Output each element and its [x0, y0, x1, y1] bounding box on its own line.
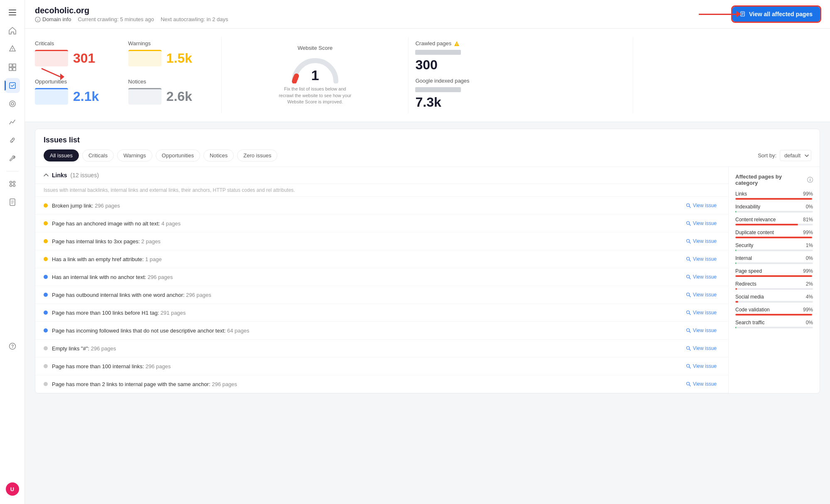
issue-row: Broken jump link: 296 pages View issue — [35, 197, 728, 215]
issue-row: Page has more than 2 links to internal p… — [35, 375, 728, 393]
score-description: Fix the list of issues below and recrawl… — [279, 86, 351, 105]
search-icon — [686, 328, 691, 333]
svg-line-38 — [689, 206, 690, 208]
svg-point-12 — [10, 181, 12, 183]
search-icon — [686, 310, 691, 315]
view-issue-button-7[interactable]: View issue — [683, 308, 720, 317]
sidebar-item-reports[interactable] — [5, 195, 20, 210]
orange-dot — [44, 239, 48, 243]
sidebar-item-integrations[interactable] — [5, 176, 20, 191]
issue-text: Page has outbound internal links with on… — [52, 292, 678, 298]
sidebar-item-circle[interactable] — [5, 96, 20, 111]
filter-criticals[interactable]: Criticals — [82, 149, 114, 161]
user-avatar[interactable]: U — [6, 482, 19, 496]
warnings-bar — [128, 50, 162, 66]
collapse-icon[interactable] — [44, 174, 49, 177]
links-count: (12 issues) — [71, 172, 99, 179]
affected-pages-sidebar: Affected pages by category i Links 99% I… — [728, 167, 820, 393]
svg-rect-8 — [13, 68, 16, 71]
sort-label: Sort by: — [758, 152, 776, 159]
view-affected-label: View all affected pages — [749, 11, 813, 17]
view-issue-button-1[interactable]: View issue — [683, 201, 720, 210]
sidebar-item-links[interactable] — [5, 133, 20, 148]
category-content-relevance: Content relevance 81% — [735, 217, 813, 225]
issue-row: Page has internal links to 3xx pages: 2 … — [35, 232, 728, 250]
warnings-row: 1.5k — [128, 50, 215, 66]
issue-row: Has an internal link with no anchor text… — [35, 268, 728, 286]
links-desc: Issues with internal backlinks, internal… — [35, 184, 728, 197]
google-bar — [415, 87, 461, 92]
search-icon — [686, 274, 691, 279]
svg-point-43 — [686, 257, 689, 260]
header-meta: i Domain info Current crawling: 5 minute… — [35, 16, 228, 22]
criticals-label: Criticals — [35, 40, 122, 46]
category-code-validation: Code validation 99% — [735, 307, 813, 316]
svg-line-58 — [689, 385, 690, 386]
google-indexed-label: Google indexed pages — [415, 78, 626, 84]
issue-row: Page has more than 100 links before H1 t… — [35, 304, 728, 322]
issue-text: Has a link with an empty href attribute:… — [52, 256, 678, 262]
sidebar-item-help[interactable]: ? — [5, 339, 20, 354]
notices-stat: Notices 2.6k — [128, 78, 215, 110]
category-security: Security 1% — [735, 242, 813, 251]
sidebar-item-audit[interactable] — [5, 78, 20, 93]
issue-row: Has a link with an empty href attribute:… — [35, 250, 728, 268]
blue-dot — [44, 293, 48, 297]
svg-line-56 — [689, 367, 690, 368]
opportunities-label: Opportunities — [35, 78, 122, 85]
warnings-label: Warnings — [128, 40, 215, 46]
category-links: Links 99% — [735, 191, 813, 200]
sidebar-item-alerts[interactable] — [5, 42, 20, 56]
view-issue-button-8[interactable]: View issue — [683, 326, 720, 335]
issue-text: Broken jump link: 296 pages — [52, 203, 678, 209]
warnings-stat: Warnings 1.5k — [128, 40, 215, 72]
view-issue-button-2[interactable]: View issue — [683, 219, 720, 228]
links-section-header: Links (12 issues) — [35, 167, 728, 184]
sidebar-item-grid[interactable] — [5, 60, 20, 75]
filter-notices[interactable]: Notices — [203, 149, 234, 161]
svg-point-37 — [686, 204, 689, 207]
info-circle-icon[interactable]: i — [807, 177, 813, 183]
svg-text:!: ! — [456, 42, 458, 46]
opportunities-stat: Opportunities 2.1k — [35, 78, 122, 110]
view-issue-button-9[interactable]: View issue — [683, 344, 720, 353]
sort-select[interactable]: default — [780, 150, 811, 161]
orange-dot — [44, 221, 48, 225]
svg-point-34 — [293, 76, 298, 81]
filter-zero-issues[interactable]: Zero issues — [237, 149, 277, 161]
crawled-pages: Crawled pages ! 300 — [415, 40, 626, 73]
filter-warnings[interactable]: Warnings — [117, 149, 152, 161]
svg-point-4 — [12, 50, 13, 51]
filter-all-issues[interactable]: All issues — [44, 149, 79, 161]
notices-label: Notices — [128, 78, 215, 85]
menu-icon[interactable] — [5, 5, 20, 20]
svg-point-41 — [686, 240, 689, 242]
filter-opportunities[interactable]: Opportunities — [156, 149, 200, 161]
svg-rect-5 — [9, 64, 12, 67]
criticals-bar — [35, 50, 68, 66]
view-issue-button-3[interactable]: View issue — [683, 237, 720, 246]
opportunities-value: 2.1k — [73, 89, 99, 104]
domain-info-link[interactable]: i Domain info — [35, 16, 71, 22]
gray-dot — [44, 364, 48, 368]
sidebar-item-analytics[interactable] — [5, 115, 20, 130]
svg-line-44 — [689, 260, 690, 261]
view-issue-button-4[interactable]: View issue — [683, 254, 720, 264]
svg-point-14 — [10, 185, 12, 187]
view-issue-button-6[interactable]: View issue — [683, 290, 720, 299]
svg-rect-0 — [9, 10, 16, 10]
sidebar-item-tools[interactable] — [5, 151, 20, 166]
website-score-label: Website Score — [298, 45, 333, 51]
category-redirects: Redirects 2% — [735, 281, 813, 290]
svg-text:i: i — [37, 18, 38, 22]
view-issue-button-5[interactable]: View issue — [683, 272, 720, 281]
crawl-status: Current crawling: 5 minutes ago — [78, 16, 154, 22]
sort-select-wrapper: default — [780, 150, 811, 161]
sidebar-item-home[interactable] — [5, 23, 20, 38]
arrow-line — [699, 14, 736, 15]
criticals-value: 301 — [73, 51, 95, 66]
issues-main: Links (12 issues) Issues with internal b… — [35, 167, 728, 393]
view-affected-button[interactable]: View all affected pages — [732, 7, 820, 22]
view-issue-button-10[interactable]: View issue — [683, 362, 720, 371]
view-issue-button-11[interactable]: View issue — [683, 379, 720, 389]
